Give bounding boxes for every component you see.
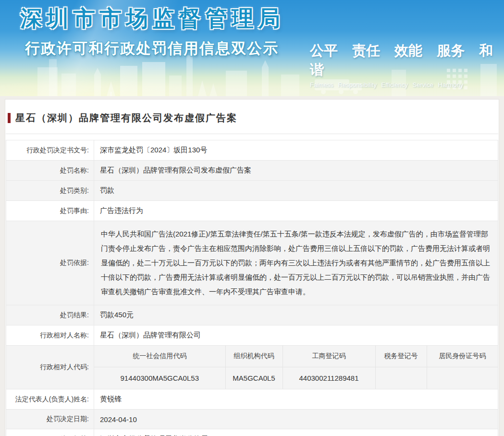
penalty-authority-value: 深圳市市场监督管理局龙岗监管局 (94, 429, 498, 436)
legal-representative-value: 黄锐锋 (94, 389, 498, 410)
header-banner: 深圳市市场监督管理局 行政许可和行政处罚信用信息双公示 公平 责任 效能 服务 … (0, 0, 504, 96)
party-codes-value: 统一社会信用代码 组织机构代码 工商登记码 税务登记号 居民身份证号码 9144… (94, 346, 498, 389)
code-col-unified-social-credit: 统一社会信用代码 (94, 346, 225, 367)
penalty-decision-number-value: 深市监龙处罚〔2024〕坂田130号 (94, 140, 498, 161)
row-legal-representative-name: 法定代表人(负责人)姓名: 黄锐锋 (6, 389, 498, 410)
title-divider (6, 134, 498, 134)
tax-registration-code (375, 367, 427, 389)
row-penalty-category: 处罚类别: 罚款 (6, 181, 498, 201)
penalty-basis-label: 处罚依据: (6, 221, 94, 305)
party-codes-value-row: 91440300MA5GCA0L53 MA5GCA0L5 44030021128… (94, 367, 498, 389)
party-name-value: 星石（深圳）品牌管理有限公司 (94, 325, 498, 346)
row-penalty-decision-date: 处罚决定日期: 2024-04-10 (6, 410, 498, 429)
party-name-label: 行政相对人名称: (6, 325, 94, 346)
penalty-info-table: 行政处罚决定书文号: 深市监龙处罚〔2024〕坂田130号 处罚名称: 星石（深… (6, 140, 498, 436)
penalty-category-value: 罚款 (94, 181, 498, 201)
row-penalty-name: 处罚名称: 星石（深圳）品牌管理有限公司发布虚假广告案 (6, 161, 498, 181)
code-col-organization: 组织机构代码 (225, 346, 283, 367)
row-penalty-result: 处罚结果: 罚款450元 (6, 305, 498, 325)
legal-representative-label: 法定代表人(负责人)姓名: (6, 389, 94, 410)
code-col-tax-registration: 税务登记号 (375, 346, 427, 367)
party-codes-label: 行政相对人代码: (6, 346, 94, 389)
business-registration-code: 440300211289481 (283, 367, 375, 389)
row-penalty-reason: 处罚事由: 广告违法行为 (6, 201, 498, 221)
party-codes-table: 统一社会信用代码 组织机构代码 工商登记码 税务登记号 居民身份证号码 9144… (94, 346, 498, 389)
penalty-decision-number-label: 行政处罚决定书文号: (6, 140, 94, 161)
penalty-decision-date-label: 处罚决定日期: (6, 410, 94, 429)
penalty-result-value: 罚款450元 (94, 305, 498, 325)
penalty-result-label: 处罚结果: (6, 305, 94, 325)
header-subtitle: 行政许可和行政处罚信用信息双公示 (25, 38, 279, 59)
code-col-business-registration: 工商登记码 (283, 346, 375, 367)
penalty-reason-label: 处罚事由: (6, 201, 94, 221)
content-card: 星石（深圳）品牌管理有限公司发布虚假广告案 行政处罚决定书文号: 深市监龙处罚〔… (5, 99, 499, 436)
penalty-category-label: 处罚类别: (6, 181, 94, 201)
penalty-decision-date-value: 2024-04-10 (94, 410, 498, 429)
row-penalty-decision-number: 行政处罚决定书文号: 深市监龙处罚〔2024〕坂田130号 (6, 140, 498, 161)
organization-code: MA5GCA0L5 (225, 367, 283, 389)
row-penalty-basis: 处罚依据: 中华人民共和国广告法(2021修正)/第五章法律责任/第五十五条/第… (6, 221, 498, 305)
case-title-section: 星石（深圳）品牌管理有限公司发布虚假广告案 (6, 100, 498, 134)
penalty-reason-value: 广告违法行为 (94, 201, 498, 221)
case-title: 星石（深圳）品牌管理有限公司发布虚假广告案 (15, 112, 237, 125)
penalty-authority-label: 处罚机关: (6, 429, 94, 436)
row-party-name: 行政相对人名称: 星石（深圳）品牌管理有限公司 (6, 325, 498, 346)
slogan-chinese: 公平 责任 效能 服务 和谐 (310, 41, 504, 80)
party-codes-header-row: 统一社会信用代码 组织机构代码 工商登记码 税务登记号 居民身份证号码 (94, 346, 498, 367)
agency-title: 深圳市市场监督管理局 (20, 4, 284, 34)
code-col-resident-id: 居民身份证号码 (427, 346, 498, 367)
penalty-name-value: 星石（深圳）品牌管理有限公司发布虚假广告案 (94, 161, 498, 181)
header-slogan: 公平 责任 效能 服务 和谐 Faimess Responsibility Ef… (310, 41, 504, 88)
unified-social-credit-code: 91440300MA5GCA0L53 (94, 367, 225, 389)
row-party-codes: 行政相对人代码: 统一社会信用代码 组织机构代码 工商登记码 税务登记号 居民身… (6, 346, 498, 389)
title-accent-bar (8, 113, 11, 123)
row-penalty-authority: 处罚机关: 深圳市市场监督管理局龙岗监管局 (6, 429, 498, 436)
penalty-basis-value: 中华人民共和国广告法(2021修正)/第五章法律责任/第五十五条/第一款违反本法… (94, 221, 498, 305)
penalty-name-label: 处罚名称: (6, 161, 94, 181)
slogan-english: Faimess Responsibility Efficiency Servic… (310, 81, 504, 88)
resident-id-number (427, 367, 498, 389)
